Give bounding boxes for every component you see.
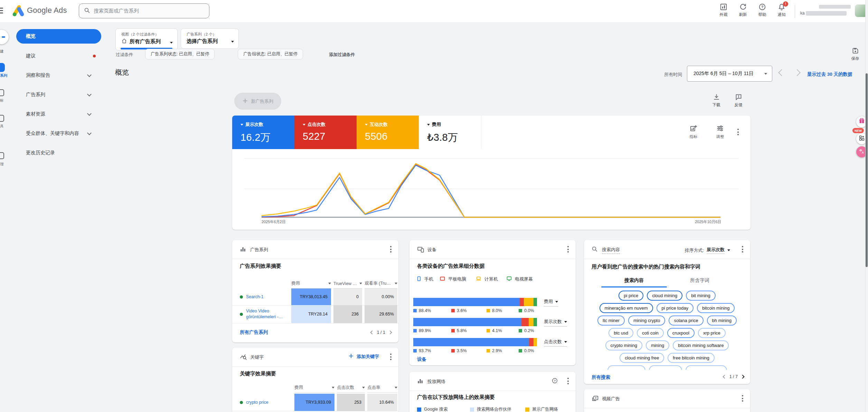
download-button[interactable]: 下载 [708,93,725,108]
filter-chip[interactable]: 广告组状态: 已启用、已暂停 [238,49,303,59]
rail-item-label[interactable]: 系列 [0,73,8,78]
column-header[interactable]: 费用 [291,279,331,289]
column-header[interactable]: 点击率 [367,383,397,393]
all-campaigns-link[interactable]: 所有广告系列 [240,329,268,336]
rail-item-icon[interactable] [0,89,4,96]
rail-item-icon[interactable] [0,152,4,159]
search-term-chip[interactable]: bitcoin mining software [673,340,729,350]
search-term-chip[interactable]: pi price today [657,303,694,313]
metric-tile-2[interactable]: 互动次数5506 [357,116,419,149]
rail-item-label[interactable]: 标 [0,98,8,103]
page-previous-icon[interactable] [370,330,374,334]
sidebar-item-0-active[interactable]: 概览 [16,29,101,44]
row-link[interactable]: Video Video görüntülemeleri -… [246,308,289,320]
search-term-chip[interactable]: bh mining [707,315,737,326]
tab-search-terms[interactable]: 搜索内容 [601,275,667,287]
metrics-settings-button[interactable]: 指标 [683,125,704,139]
row-link[interactable]: Search-1 [246,294,264,300]
rail-item-icon[interactable] [0,63,5,72]
search-more-menu[interactable] [740,245,745,254]
device-legend-item[interactable]: 平板电脑 [440,275,466,283]
rail-item-icon[interactable] [0,115,4,122]
adjust-button[interactable]: 调整 [710,125,730,139]
metric-tile-0[interactable]: 展示次数16.2万 [232,116,294,149]
view-filter-dropdown[interactable]: 视图（2 个过滤条件） 所有广告系列 [115,28,178,51]
device-metric-dropdown[interactable]: 展示次数 [544,319,567,327]
search-term-chip[interactable]: cloud mining [647,291,682,301]
page-next-icon[interactable] [388,330,392,334]
next-period-button[interactable] [794,69,801,76]
global-search-input[interactable]: 搜索页面或广告系列 [79,3,209,18]
sidebar-item-1[interactable]: 建议 [16,52,101,60]
search-term-chip[interactable]: bit mining [686,291,716,301]
search-term-chip[interactable]: xrp price [698,328,726,338]
column-header[interactable]: TrueView … [333,279,362,289]
search-term-chip[interactable]: cloud mining free [620,353,664,363]
date-range-picker[interactable]: 2025年 6月 5日 – 10月 11日 [687,66,772,82]
search-term-chip[interactable]: cruxpool [667,328,695,338]
search-term-chip[interactable]: mining crypto [628,315,665,326]
rail-item-label[interactable]: 建 [0,49,8,54]
devices-more-menu[interactable] [566,245,570,254]
device-legend-item[interactable]: 电视屏幕 [506,275,533,283]
help-icon[interactable]: ? [552,378,558,385]
show-last-30-days-link[interactable]: 显示过去 30 天的数据 [807,71,852,77]
bell-button[interactable]: 通知! [772,2,791,17]
overview-more-menu[interactable] [736,127,740,137]
devices-link[interactable]: 设备 [417,356,426,363]
appearance-button[interactable]: 外观 [714,2,733,17]
column-header[interactable]: 费用 [294,383,334,393]
search-term-chip[interactable]: mineração em nuvem [600,303,653,313]
rail-item-label[interactable]: 具 [0,124,8,129]
tab-included-words[interactable]: 所含字词 [667,275,733,287]
rail-item-label[interactable]: 理 [0,162,8,167]
campaign-select-dropdown[interactable]: 广告系列（2 个） 选择广告系列 [181,28,239,49]
networks-more-menu[interactable] [566,376,570,386]
search-term-chip[interactable]: mining [646,340,669,350]
add-filter-button[interactable]: 添加过滤条件 [329,52,355,58]
menu-icon[interactable] [0,8,3,15]
video-more-menu[interactable] [740,394,745,403]
search-term-chip[interactable]: btc usd [608,328,633,338]
device-metric-dropdown[interactable]: 费用 [544,299,558,306]
device-metric-dropdown[interactable]: 点击次数 [544,339,567,347]
sidebar-item-6[interactable]: 更改历史记录 [16,149,101,157]
search-term-chip[interactable]: crypto mining [605,340,642,350]
keywords-more-menu[interactable] [389,352,393,361]
metric-tile-1[interactable]: 点击次数5227 [294,116,357,149]
sidebar-item-5[interactable]: 受众群体、关键字和内容 [16,130,101,137]
filter-chip[interactable]: 广告系列状态: 已启用、已暂停 [145,49,215,59]
help-button[interactable]: ?帮助 [753,2,772,17]
device-legend-item[interactable]: 计算机 [475,275,498,283]
feedback-button[interactable]: 反馈 [730,93,747,108]
bar-segment [413,298,520,306]
metric-tile-3[interactable]: 费用₺3.8万 [419,116,481,149]
search-term-chip[interactable]: coti coin [637,328,664,338]
page-next-icon[interactable] [740,375,744,378]
refresh-button[interactable]: 刷新 [733,2,753,17]
add-keywords-button[interactable]: 添加关键字 [348,353,379,360]
search-term-chip[interactable]: pi price [619,291,643,301]
google-ads-logo-icon[interactable] [12,5,25,17]
sidebar-item-3[interactable]: 广告系列 [16,91,101,99]
search-term-chip[interactable]: free bitcoin mining [668,353,715,363]
search-term-chip[interactable]: ltc miner [597,315,625,326]
save-button[interactable]: 保存 [847,47,863,61]
device-legend-item[interactable]: 手机 [416,275,433,283]
campaigns-more-menu[interactable] [389,245,393,254]
collapse-nav-button[interactable] [0,30,9,44]
sidebar-item-4[interactable]: 素材资源 [16,110,101,118]
scrollbar-thumb[interactable] [866,73,868,267]
column-header[interactable]: 观看率 (Tru… [365,279,397,289]
sort-by-dropdown[interactable]: 排序方式: 展示次数 [685,247,730,254]
page-previous-icon[interactable] [723,375,726,378]
all-searches-link[interactable]: 所有搜索 [592,374,610,381]
account-info[interactable]: ka [800,4,853,18]
column-header[interactable]: 点击次数 [337,383,365,393]
search-term-chip[interactable]: solana price [669,315,703,326]
row-link[interactable]: crypto price [246,400,268,405]
sidebar-item-2[interactable]: 洞察和报告 [16,72,101,79]
previous-period-button[interactable] [778,69,785,76]
new-campaign-button[interactable]: 新广告系列 [234,93,281,110]
search-term-chip[interactable]: bitcoin mining [697,303,735,313]
